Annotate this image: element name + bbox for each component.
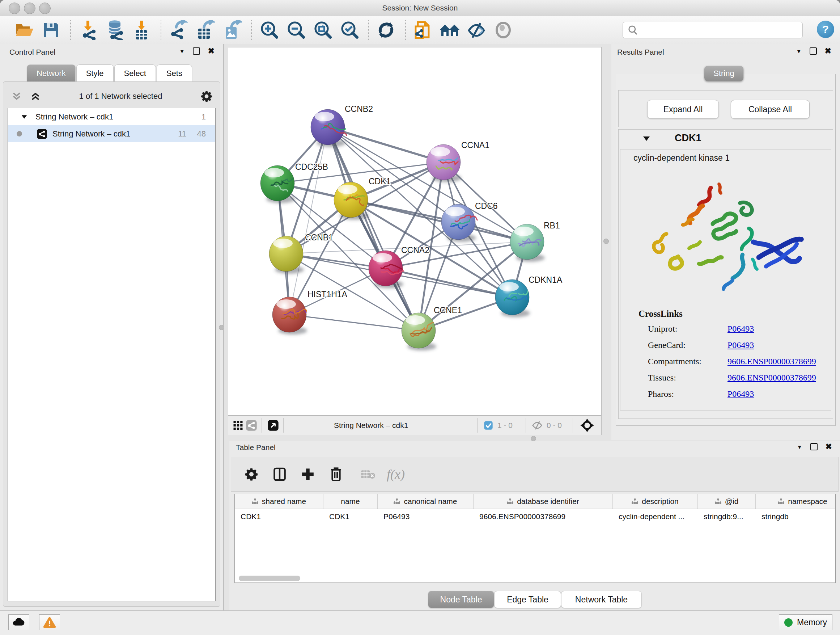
collapse-all-button[interactable]: Collapse All	[731, 100, 810, 119]
column-header-canonical-name[interactable]: canonical name	[378, 494, 474, 509]
control-panel-float-icon[interactable]	[193, 48, 200, 55]
network-edge-CCNB2-CCNA1[interactable]	[328, 127, 444, 162]
string-view-button[interactable]	[246, 416, 257, 435]
table-panel-float-icon[interactable]	[810, 443, 818, 450]
network-edge-CCNB2-CCNE1[interactable]	[328, 127, 418, 331]
network-node-RB1[interactable]: RB1	[510, 221, 560, 262]
network-graph[interactable]: CCNB2CCNA1CDC25BCDK1CDC6RB1CCNB1CCNA2CDK…	[228, 48, 601, 415]
show-all-button[interactable]	[493, 19, 514, 41]
node-gloss	[514, 226, 534, 236]
table-cell[interactable]: stringdb:9...	[698, 509, 756, 524]
delete-table-button[interactable]	[360, 466, 376, 482]
network-node-CCNB1[interactable]: CCNB1	[269, 233, 333, 274]
collection-expand-icon[interactable]	[22, 115, 27, 119]
expand-all-button[interactable]: Expand All	[647, 100, 719, 119]
network-edge-CCNA2-CDKN1A[interactable]	[386, 268, 512, 297]
delete-column-button[interactable]	[328, 466, 344, 482]
collapse-all-networks-icon[interactable]	[11, 91, 22, 102]
refresh-view-button[interactable]	[376, 19, 396, 41]
cloud-status-button[interactable]	[8, 614, 29, 630]
import-table-file-button[interactable]	[131, 19, 152, 41]
tab-network[interactable]: Network	[27, 65, 76, 82]
results-panel-float-icon[interactable]	[810, 48, 817, 55]
table-cell[interactable]: 9606.ENSP00000378699	[474, 509, 613, 524]
import-network-file-button[interactable]	[77, 19, 98, 41]
network-options-gear-icon[interactable]	[201, 90, 213, 103]
column-header-shared-name[interactable]: shared name	[235, 494, 324, 509]
zoom-selected-button[interactable]	[339, 19, 360, 41]
left-splitter-handle[interactable]	[219, 325, 224, 330]
tab-network-table[interactable]: Network Table	[561, 591, 642, 608]
home-pages-button[interactable]	[439, 19, 460, 41]
hide-selected-button[interactable]	[466, 19, 487, 41]
network-edge-HIST1H1A-CCNE1[interactable]	[289, 315, 418, 331]
network-edge-CCNB2-HIST1H1A[interactable]	[289, 127, 328, 315]
zoom-in-button[interactable]	[258, 19, 279, 41]
crosslink-link[interactable]: 9606.ENSP00000378699	[728, 373, 816, 383]
network-from-file-button[interactable]	[412, 19, 433, 41]
table-horizontal-scrollbar[interactable]	[239, 576, 300, 581]
network-row[interactable]: String Network – cdk1 11 48	[8, 125, 215, 142]
crosslink-link[interactable]: P06493	[728, 389, 754, 399]
expand-all-networks-icon[interactable]	[30, 91, 41, 102]
network-node-HIST1H1A[interactable]: HIST1H1A	[272, 290, 347, 334]
right-splitter-handle[interactable]	[603, 239, 609, 244]
save-session-button[interactable]	[41, 19, 62, 41]
network-node-CDC6[interactable]: CDC6	[441, 201, 498, 242]
table-cell[interactable]: cyclin-dependent ...	[613, 509, 698, 524]
table-panel-collapse-icon[interactable]: ▼	[797, 444, 802, 450]
network-node-CCNB2[interactable]: CCNB2	[311, 104, 373, 147]
node-result-header[interactable]: CDK1	[619, 130, 833, 148]
tab-select[interactable]: Select	[114, 65, 156, 82]
table-cell[interactable]: CDK1	[235, 509, 324, 524]
zoom-fit-button[interactable]	[312, 19, 333, 41]
search-input[interactable]	[639, 22, 802, 38]
detach-view-button[interactable]	[267, 416, 279, 435]
crosslink-link[interactable]: P06493	[728, 340, 754, 350]
open-session-button[interactable]	[14, 19, 35, 41]
birds-eye-toggle-button[interactable]	[580, 416, 594, 435]
network-canvas[interactable]: CCNB2CCNA1CDC25BCDK1CDC6RB1CCNB1CCNA2CDK…	[228, 47, 602, 416]
export-table-button[interactable]	[195, 19, 216, 41]
table-cell[interactable]: CDK1	[324, 509, 378, 524]
column-header-name[interactable]: name	[324, 494, 378, 509]
tab-style[interactable]: Style	[76, 65, 114, 82]
table-cell[interactable]: P06493	[378, 509, 474, 524]
column-header-database-identifier[interactable]: database identifier	[474, 494, 613, 509]
table-row[interactable]: CDK1CDK1P064939606.ENSP00000378699cyclin…	[235, 509, 835, 524]
network-edge-CDK1-RB1[interactable]	[351, 200, 527, 242]
column-header-namespace[interactable]: namespace	[756, 494, 836, 509]
function-builder-button[interactable]: f(x)	[387, 467, 405, 482]
bottom-splitter-handle[interactable]	[531, 436, 536, 441]
table-cell[interactable]: stringdb	[756, 509, 836, 524]
memory-button[interactable]: Memory	[779, 614, 832, 630]
warnings-button[interactable]	[39, 614, 60, 630]
results-panel-close-icon[interactable]: ✖	[825, 48, 831, 54]
network-node-CCNA1[interactable]: CCNA1	[426, 141, 489, 182]
column-header--id[interactable]: @id	[698, 494, 756, 509]
tab-node-table[interactable]: Node Table	[428, 591, 494, 608]
export-image-button[interactable]	[221, 19, 242, 41]
table-options-button[interactable]	[243, 466, 259, 482]
tab-string[interactable]: String	[704, 66, 744, 81]
zoom-out-button[interactable]	[285, 19, 306, 41]
export-network-button[interactable]	[168, 19, 189, 41]
network-collection-row[interactable]: String Network – cdk1 1	[8, 108, 215, 125]
column-header-description[interactable]: description	[613, 494, 698, 509]
node-result-expand-icon[interactable]	[643, 136, 650, 141]
table-panel-close-icon[interactable]: ✖	[826, 444, 832, 450]
birds-eye-grid-button[interactable]	[233, 416, 243, 435]
help-button[interactable]: ?	[817, 21, 834, 38]
add-column-button[interactable]	[300, 466, 316, 482]
show-columns-button[interactable]	[272, 466, 287, 482]
control-panel-close-icon[interactable]: ✖	[208, 48, 215, 54]
tab-sets[interactable]: Sets	[156, 65, 192, 82]
control-panel-collapse-icon[interactable]: ▼	[180, 48, 185, 54]
import-network-database-button[interactable]	[104, 19, 125, 41]
crosslink-link[interactable]: 9606.ENSP00000378699	[728, 356, 816, 366]
network-node-CDKN1A[interactable]: CDKN1A	[495, 275, 562, 317]
node-gloss	[499, 282, 519, 291]
crosslink-link[interactable]: P06493	[728, 324, 754, 334]
tab-edge-table[interactable]: Edge Table	[494, 591, 561, 608]
results-panel-collapse-icon[interactable]: ▼	[796, 48, 802, 54]
